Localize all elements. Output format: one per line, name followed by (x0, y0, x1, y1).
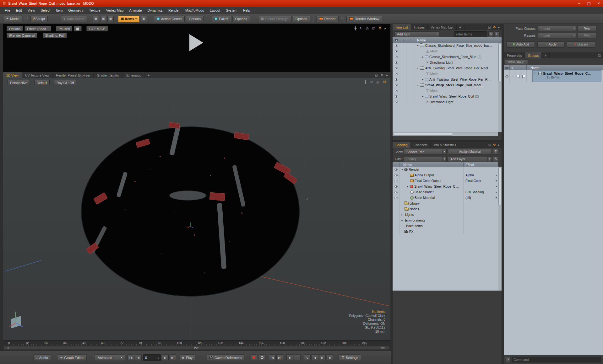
shader-row[interactable]: ▾Render (393, 167, 498, 172)
item-list-vertical-scrollbar[interactable] (498, 43, 502, 132)
model-mode-button[interactable]: ⚑Model (3, 16, 22, 22)
visibility-eye-icon[interactable] (395, 73, 398, 75)
discard-button[interactable]: ✗ Discard (567, 41, 595, 48)
visibility-eye-icon[interactable] (395, 50, 398, 52)
effect-value[interactable]: Full Shading (465, 190, 484, 194)
auto-key-button[interactable] (259, 354, 265, 361)
popout-icon[interactable]: ◱ (488, 143, 491, 147)
collapse-arrow-icon[interactable]: ▾ (400, 168, 404, 171)
play-overlay-icon[interactable] (189, 34, 203, 51)
pan-icon[interactable]: ╋ (365, 80, 367, 84)
visibility-eye-icon[interactable] (395, 56, 398, 58)
tab-3d-view[interactable]: 3D View (3, 72, 22, 78)
render-button[interactable]: Render (316, 16, 339, 22)
filter-button[interactable]: F (495, 31, 500, 37)
item-row-selected-file[interactable]: ▾Srawl_Warp_Steel_Rope_Coil_mod... (393, 82, 498, 88)
dropdown-arrow-icon[interactable]: ▾ (496, 185, 497, 188)
dropdown-arrow-icon[interactable]: ▾ (496, 196, 497, 199)
tab-images[interactable]: Images (411, 24, 428, 30)
falloff-button[interactable]: Falloff (212, 16, 231, 22)
menu-help[interactable]: Help (240, 7, 253, 14)
popout-icon[interactable]: ◱ (372, 26, 375, 30)
menu-view[interactable]: View (25, 7, 38, 14)
skip-to-start-button[interactable]: |◀ (128, 354, 134, 361)
selected-group-row[interactable]: + Srawl_Warp_Steel_Rope_C... 15 Items (532, 70, 601, 82)
sculpt-mode-button[interactable]: Sculpt (30, 16, 48, 22)
frame-input[interactable] (144, 356, 158, 360)
menu-system[interactable]: System (223, 7, 240, 14)
visibility-eye-icon[interactable] (505, 75, 508, 78)
perspective-button[interactable]: Perspective (8, 80, 30, 85)
key-options-button[interactable]: ◆ (327, 354, 333, 361)
menu-geometry[interactable]: Geometry (65, 7, 86, 14)
menu-file[interactable]: File (2, 7, 13, 14)
tab-add[interactable]: + (144, 72, 153, 78)
visibility-eye-icon[interactable] (394, 180, 398, 182)
record-button[interactable] (251, 354, 257, 361)
expand-arrow-icon[interactable]: ▸ (421, 95, 425, 98)
menu-layout[interactable]: Layout (207, 7, 223, 14)
visibility-eye-icon[interactable] (394, 174, 398, 176)
visibility-eye-icon[interactable] (394, 185, 398, 188)
expand-arrow-icon[interactable]: ▸ (400, 219, 404, 222)
3d-scene[interactable]: -z (3, 78, 390, 340)
item-row[interactable]: ▸Classic_Skateboard_Face_Blue(2) (393, 54, 498, 60)
shader-row[interactable]: Base Material (all)▾ (393, 195, 498, 201)
step-back-button[interactable]: ◀ (135, 354, 142, 361)
item-row[interactable]: ☀Directional Light (393, 99, 498, 105)
command-input[interactable] (512, 357, 601, 362)
jump-start-button[interactable]: ◀ (312, 354, 318, 361)
popout-icon[interactable]: ◱ (598, 54, 601, 57)
preview-effect-button[interactable]: Effect: (Shad... (24, 26, 51, 31)
pass-groups-dropdown[interactable]: (none)▾ (538, 26, 576, 31)
preview-lock-button[interactable] (74, 26, 82, 31)
new-group-button[interactable]: New Group (505, 59, 528, 65)
visibility-eye-icon[interactable] (395, 45, 398, 47)
settings-button[interactable]: ⚙Settings (339, 354, 361, 361)
key-add-button[interactable]: ◆ (286, 354, 293, 361)
tab-schematic[interactable]: Schematic (122, 72, 144, 78)
tab-vertex-map-list[interactable]: Vertex Map List (428, 24, 456, 30)
gear-icon[interactable]: ⚙ (493, 143, 496, 147)
checkbox[interactable] (522, 75, 525, 78)
shading-vertical-scrollbar[interactable] (498, 167, 502, 291)
preview-paused-button[interactable]: Paused (56, 26, 72, 31)
f-button[interactable]: F (493, 149, 498, 155)
flyout-arrow-icon[interactable]: ▸ (386, 73, 388, 77)
item-list-horizontal-scrollbar[interactable] (393, 132, 498, 136)
step-forward-button[interactable]: ▶ (162, 354, 169, 361)
play-button[interactable]: ▶Play (180, 354, 195, 361)
dropdown-arrow-icon[interactable]: ▾ (496, 179, 497, 182)
tab-add[interactable]: + (457, 24, 464, 30)
jump-end-button[interactable]: ▶ (319, 354, 326, 361)
effect-value[interactable]: Alpha (465, 173, 474, 177)
flyout-arrow-icon[interactable]: ▸ (384, 26, 386, 30)
item-row[interactable]: Mesh (393, 88, 498, 94)
tab-gradient-editor[interactable]: Gradient Editor (94, 72, 122, 78)
add-layer-dropdown[interactable]: Add Layer▾ (448, 156, 492, 162)
auto-select-button[interactable]: ▸Auto Select (61, 16, 87, 22)
gear-icon[interactable]: ⚙ (378, 26, 382, 30)
collapse-arrow-icon[interactable]: ▾ (416, 44, 420, 47)
visibility-eye-icon[interactable] (395, 90, 398, 92)
maximize-button[interactable]: ▢ (587, 1, 591, 6)
menu-select[interactable]: Select (38, 7, 53, 14)
item-row[interactable]: ▸Srawl_Warp_Steel_Rope_Coil(2) (393, 94, 498, 99)
scrollbar-thumb[interactable] (498, 44, 501, 81)
effect-value[interactable]: Final Color (465, 179, 481, 183)
preview-lut-button[interactable]: LUT: sRGB (86, 26, 108, 31)
visibility-eye-icon[interactable] (395, 67, 398, 69)
apply-button[interactable]: ✓ Apply (537, 41, 564, 48)
current-frame-field[interactable]: ▲▼ (143, 354, 161, 361)
shader-row[interactable]: Base Shader Full Shading▾ (393, 189, 498, 195)
select-through-options-button[interactable]: Options (293, 16, 310, 22)
shader-row[interactable]: Bake Items (393, 223, 498, 229)
falloff-options-button[interactable]: Options (232, 16, 250, 22)
key-remove-button[interactable] (294, 354, 301, 361)
filter-dropdown[interactable]: (none)▾ (404, 156, 447, 162)
menu-dynamics[interactable]: Dynamics (145, 7, 166, 14)
tab-channels[interactable]: Channels (411, 142, 431, 148)
shader-tree-dropdown[interactable]: Shader Tree▾ (404, 149, 447, 155)
skip-to-end-button[interactable]: ▶| (170, 354, 176, 361)
tab-shading[interactable]: Shading (393, 142, 411, 148)
